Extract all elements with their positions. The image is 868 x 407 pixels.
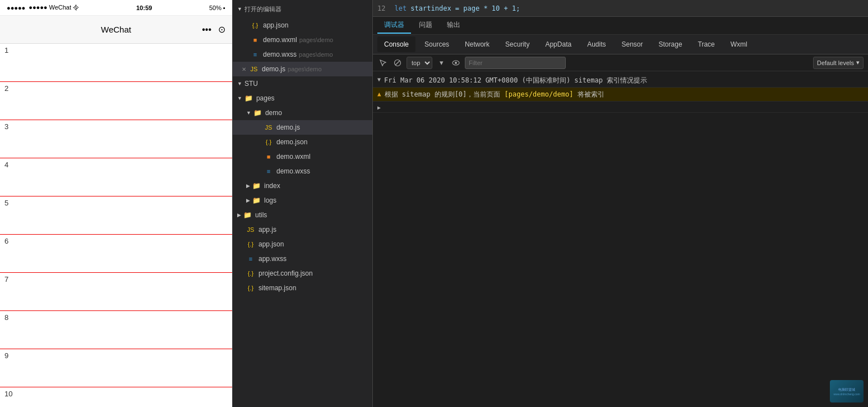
tree-item-label: demo.wxss bbox=[276, 167, 310, 175]
tree-arrow-icon: ▼ bbox=[246, 110, 251, 116]
tree-item[interactable]: ≡app.wxss bbox=[233, 251, 372, 266]
svg-line-1 bbox=[395, 61, 400, 65]
console-msg-warn: 根据 sitemap 的规则[0]，当前页面 [pages/demo/demo]… bbox=[385, 89, 604, 99]
main-tab-storage[interactable]: Storage bbox=[652, 36, 689, 52]
warn-triangle-icon: ▲ bbox=[377, 90, 381, 98]
file-type-icon: ≡ bbox=[251, 50, 260, 59]
folder-icon: 📁 bbox=[244, 94, 253, 102]
ban-icon[interactable] bbox=[392, 57, 403, 68]
tree-item[interactable]: ≡demo.wxss bbox=[233, 164, 372, 179]
tree-item[interactable]: ▼📁pages bbox=[233, 91, 372, 106]
collapse-arrow-icon[interactable]: ▼ bbox=[377, 76, 381, 83]
console-row-info: ▼ Fri Mar 06 2020 10:58:12 GMT+0800 (中国标… bbox=[373, 74, 868, 88]
main-tab-trace[interactable]: Trace bbox=[691, 36, 722, 52]
context-select[interactable]: top bbox=[407, 57, 432, 69]
path-bracket: [pages/demo/demo] bbox=[505, 90, 574, 98]
phone-row: 5 bbox=[0, 196, 232, 235]
file-panel: ▼ 打开的编辑器 {.}app.json■demo.wxmlpages\demo… bbox=[233, 0, 373, 407]
tree-item-label: app.js bbox=[258, 226, 276, 234]
eye-icon[interactable] bbox=[450, 57, 461, 68]
file-name: demo.wxml bbox=[263, 36, 297, 44]
folder-blue-icon: 📁 bbox=[253, 109, 262, 117]
phone-content: 12345678910 bbox=[0, 44, 232, 407]
phone-nav-bar: WeChat ••• ⊙ bbox=[0, 16, 232, 44]
open-file-item[interactable]: ✕JSdemo.jspages\demo bbox=[233, 62, 372, 76]
app-name-status: ●●●●● WeChat 令 bbox=[29, 3, 79, 12]
default-levels-dropdown[interactable]: Default levels ▾ bbox=[813, 57, 864, 69]
tree-item[interactable]: ▶📁utils bbox=[233, 208, 372, 222]
console-row-warn: ▲ 根据 sitemap 的规则[0]，当前页面 [pages/demo/dem… bbox=[373, 88, 868, 102]
phone-row: 4 bbox=[0, 158, 232, 196]
open-editors-label: 打开的编辑器 bbox=[244, 5, 281, 13]
tree-item-label: pages bbox=[256, 94, 275, 102]
main-tab-sources[interactable]: Sources bbox=[418, 36, 456, 52]
phone-row: 6 bbox=[0, 235, 232, 273]
main-tab-security[interactable]: Security bbox=[498, 36, 536, 52]
file-icon: ■ bbox=[264, 152, 273, 161]
status-left: ●●●●● ●●●●● WeChat 令 bbox=[7, 3, 79, 12]
inspect-icon[interactable] bbox=[377, 57, 389, 68]
watermark-text: 电脑联盟城 bbox=[838, 387, 855, 392]
main-tab-console[interactable]: Console bbox=[377, 36, 415, 52]
phone-row: 8 bbox=[0, 311, 232, 349]
file-icon: {.} bbox=[264, 138, 273, 147]
stu-root[interactable]: ▼ STU bbox=[233, 76, 372, 91]
dropdown-arrow-icon[interactable]: ▾ bbox=[436, 57, 447, 68]
dots-icon[interactable]: ••• bbox=[202, 25, 211, 35]
folder-blue-icon: 📁 bbox=[252, 182, 261, 190]
main-tab-sensor[interactable]: Sensor bbox=[615, 36, 650, 52]
tree-item[interactable]: {.}project.config.json bbox=[233, 266, 372, 281]
main-tab-wxml[interactable]: Wxml bbox=[724, 36, 754, 52]
tree-item-label: app.wxss bbox=[258, 255, 287, 263]
tree-item[interactable]: ■demo.wxml bbox=[233, 149, 372, 164]
watermark: 电脑联盟城 www.dnlmcheng.com bbox=[830, 380, 864, 403]
tree-item[interactable]: JSapp.js bbox=[233, 222, 372, 237]
tree-item[interactable]: ▶📁logs bbox=[233, 193, 372, 208]
devtools-panel: 12 let let startindex = page * 10 + 1; s… bbox=[373, 0, 868, 407]
file-icon: JS bbox=[246, 225, 255, 234]
open-editors-arrow: ▼ bbox=[237, 6, 242, 12]
expand-chevron-icon[interactable]: ▶ bbox=[377, 104, 381, 111]
folder-icon: 📁 bbox=[243, 211, 252, 219]
open-editors-header[interactable]: ▼ 打开的编辑器 bbox=[233, 0, 372, 18]
tree-item[interactable]: {.}demo.json bbox=[233, 135, 372, 149]
top-tab[interactable]: 问题 bbox=[412, 18, 439, 34]
default-levels-arrow: ▾ bbox=[856, 59, 860, 66]
tree-item[interactable]: {.}app.json bbox=[233, 237, 372, 251]
phone-row: 10 bbox=[0, 387, 232, 407]
main-tab-audits[interactable]: Audits bbox=[580, 36, 612, 52]
tree-item[interactable]: JSdemo.js bbox=[233, 120, 372, 135]
record-icon[interactable]: ⊙ bbox=[218, 24, 225, 35]
code-line-number: 12 bbox=[377, 4, 385, 12]
main-tab-appdata[interactable]: AppData bbox=[538, 36, 578, 52]
status-time: 10:59 bbox=[136, 4, 152, 11]
tree-arrow-icon: ▶ bbox=[246, 183, 250, 189]
tree-item[interactable]: ▼📁demo bbox=[233, 106, 372, 120]
open-file-item[interactable]: {.}app.json bbox=[233, 18, 372, 33]
stu-label: STU bbox=[244, 80, 258, 88]
top-tab[interactable]: 输出 bbox=[440, 18, 467, 34]
phone-row: 1 bbox=[0, 44, 232, 82]
top-tab[interactable]: 调试器 bbox=[377, 18, 411, 34]
devtools-console: ▼ Fri Mar 06 2020 10:58:12 GMT+0800 (中国标… bbox=[373, 71, 868, 407]
tree-item[interactable]: {.}sitemap.json bbox=[233, 281, 372, 295]
tree-item-label: logs bbox=[264, 196, 276, 204]
battery-icon: 50% ▪ bbox=[209, 4, 225, 11]
signal-icon: ●●●●● bbox=[7, 4, 25, 11]
tree-item-label: demo.js bbox=[276, 124, 300, 131]
phone-row: 7 bbox=[0, 273, 232, 311]
open-file-item[interactable]: ■demo.wxmlpages\demo bbox=[233, 33, 372, 47]
folder-blue-icon: 📁 bbox=[252, 196, 261, 204]
open-file-item[interactable]: ≡demo.wxsspages\demo bbox=[233, 47, 372, 62]
close-file-icon[interactable]: ✕ bbox=[242, 66, 246, 72]
filter-input[interactable] bbox=[465, 57, 566, 69]
keyword-let: let bbox=[394, 4, 410, 12]
main-tab-network[interactable]: Network bbox=[458, 36, 496, 52]
tree-item[interactable]: ▶📁index bbox=[233, 179, 372, 193]
file-path: pages\demo bbox=[288, 66, 322, 72]
file-icon: JS bbox=[264, 123, 273, 132]
file-type-icon: ■ bbox=[251, 35, 260, 44]
status-right: 50% ▪ bbox=[209, 4, 225, 11]
tree-arrow-icon: ▼ bbox=[237, 95, 242, 101]
phone-nav-icons: ••• ⊙ bbox=[202, 24, 225, 35]
